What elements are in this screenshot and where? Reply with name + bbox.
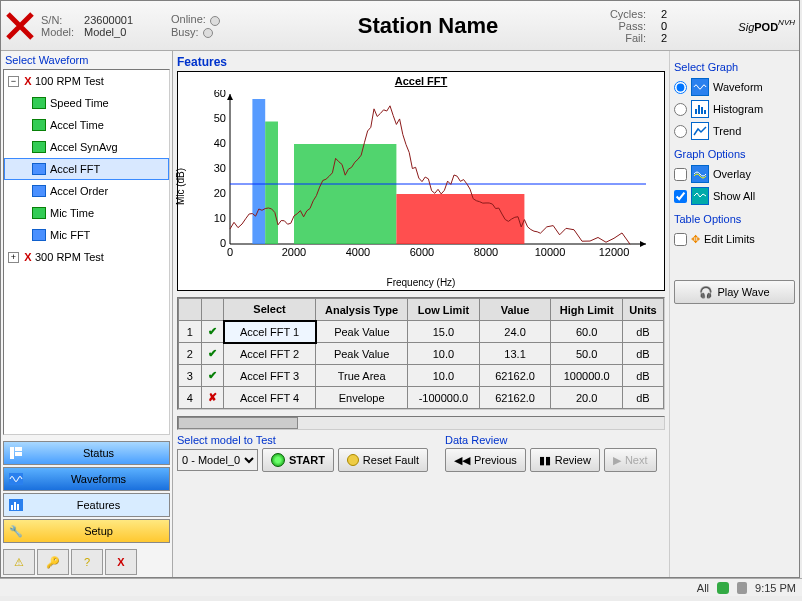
play-wave-button[interactable]: 🎧Play Wave bbox=[674, 280, 795, 304]
overlay-option[interactable]: Overlay bbox=[674, 163, 795, 185]
svg-rect-6 bbox=[14, 502, 16, 510]
cycle-counts: Cycles: 2 Pass: 0 Fail: 2 bbox=[575, 8, 675, 44]
svg-rect-1 bbox=[15, 447, 22, 451]
station-title: Station Name bbox=[281, 13, 575, 39]
graph-waveform-option[interactable]: Waveform bbox=[674, 76, 795, 98]
tree-waveform[interactable]: Accel Order bbox=[4, 180, 169, 202]
previous-button[interactable]: ◀◀Previous bbox=[445, 448, 526, 472]
svg-rect-30 bbox=[698, 105, 700, 114]
svg-text:60: 60 bbox=[214, 90, 226, 99]
svg-rect-26 bbox=[294, 144, 396, 244]
online-led-icon bbox=[210, 16, 220, 26]
svg-rect-25 bbox=[265, 122, 278, 245]
table-row[interactable]: 3✔Accel FFT 3True Area10.062162.0100000.… bbox=[179, 365, 664, 387]
sidebar-title: Select Waveform bbox=[1, 51, 172, 69]
status-bar: All 9:15 PM bbox=[0, 578, 802, 596]
review-button[interactable]: ▮▮Review bbox=[530, 448, 600, 472]
table-row[interactable]: 2✔Accel FFT 2Peak Value10.013.150.0dB bbox=[179, 343, 664, 365]
rewind-icon: ◀◀ bbox=[454, 454, 470, 467]
analysis-table[interactable]: SelectAnalysis TypeLow LimitValueHigh Li… bbox=[177, 297, 665, 410]
connection-status: Online: Busy: bbox=[171, 13, 281, 37]
select-graph-title: Select Graph bbox=[674, 61, 795, 73]
waveform-icon bbox=[691, 78, 709, 96]
table-row[interactable]: 4✘Accel FFT 4Envelope-100000.062162.020.… bbox=[179, 387, 664, 409]
svg-text:4000: 4000 bbox=[346, 246, 370, 258]
table-row[interactable]: 1✔Accel FFT 1Peak Value15.024.060.0dB bbox=[179, 321, 664, 343]
app-logo bbox=[5, 11, 35, 41]
svg-text:8000: 8000 bbox=[474, 246, 498, 258]
status-icon bbox=[717, 582, 729, 594]
editlimits-option[interactable]: ✥Edit Limits bbox=[674, 228, 795, 250]
key-icon-button[interactable]: 🔑 bbox=[37, 549, 69, 575]
svg-text:12000: 12000 bbox=[599, 246, 630, 258]
next-button[interactable]: ▶Next bbox=[604, 448, 657, 472]
tree-waveform[interactable]: Mic FFT bbox=[4, 224, 169, 246]
tree-test[interactable]: +X 300 RPM Test bbox=[4, 246, 169, 268]
svg-text:10000: 10000 bbox=[535, 246, 566, 258]
help-icon-button[interactable]: ? bbox=[71, 549, 103, 575]
overlay-icon bbox=[691, 165, 709, 183]
nav-waveforms[interactable]: Waveforms bbox=[3, 467, 170, 491]
svg-rect-31 bbox=[701, 107, 703, 114]
data-review-title: Data Review bbox=[445, 434, 665, 446]
table-options-title: Table Options bbox=[674, 213, 795, 225]
forward-icon: ▶ bbox=[613, 454, 621, 467]
brand-logo: SigPODNVH bbox=[675, 17, 795, 35]
fft-chart[interactable]: Accel FFT Mic (dB) Frequency (Hz) 010203… bbox=[177, 71, 665, 291]
tree-waveform[interactable]: Speed Time bbox=[4, 92, 169, 114]
trend-icon bbox=[691, 122, 709, 140]
svg-text:50: 50 bbox=[214, 112, 226, 124]
graph-trend-option[interactable]: Trend bbox=[674, 120, 795, 142]
svg-text:0: 0 bbox=[220, 237, 226, 249]
move-icon: ✥ bbox=[691, 233, 700, 246]
svg-rect-7 bbox=[17, 504, 19, 510]
tree-waveform[interactable]: Accel SynAvg bbox=[4, 136, 169, 158]
wrench-icon: 🔧 bbox=[4, 520, 28, 542]
showall-option[interactable]: Show All bbox=[674, 185, 795, 207]
model-select-title: Select model to Test bbox=[177, 434, 437, 446]
model-select[interactable]: 0 - Model_0 bbox=[177, 449, 258, 471]
features-title: Features bbox=[177, 55, 665, 69]
svg-rect-0 bbox=[10, 447, 14, 459]
device-info: S/N: 23600001 Model: Model_0 bbox=[41, 14, 171, 38]
nav-status[interactable]: Status bbox=[3, 441, 170, 465]
pause-icon: ▮▮ bbox=[539, 454, 551, 467]
headphones-icon: 🎧 bbox=[699, 286, 713, 299]
svg-rect-2 bbox=[15, 452, 22, 456]
reset-icon bbox=[347, 454, 359, 466]
battery-icon bbox=[737, 582, 747, 594]
graph-options-title: Graph Options bbox=[674, 148, 795, 160]
nav-setup[interactable]: 🔧Setup bbox=[3, 519, 170, 543]
svg-text:30: 30 bbox=[214, 162, 226, 174]
svg-text:2000: 2000 bbox=[282, 246, 306, 258]
play-icon bbox=[271, 453, 285, 467]
reset-fault-button[interactable]: Reset Fault bbox=[338, 448, 428, 472]
tree-test[interactable]: −X 100 RPM Test bbox=[4, 70, 169, 92]
tree-waveform[interactable]: Accel FFT bbox=[4, 158, 169, 180]
svg-rect-29 bbox=[695, 109, 697, 114]
busy-led-icon bbox=[203, 28, 213, 38]
alert-icon-button[interactable]: ⚠ bbox=[3, 549, 35, 575]
start-button[interactable]: START bbox=[262, 448, 334, 472]
svg-rect-3 bbox=[9, 473, 23, 485]
svg-text:0: 0 bbox=[227, 246, 233, 258]
svg-rect-32 bbox=[704, 110, 706, 114]
close-icon-button[interactable]: X bbox=[105, 549, 137, 575]
svg-rect-5 bbox=[11, 505, 13, 510]
nav-features[interactable]: Features bbox=[3, 493, 170, 517]
graph-histogram-option[interactable]: Histogram bbox=[674, 98, 795, 120]
horizontal-scrollbar[interactable] bbox=[177, 416, 665, 430]
svg-rect-24 bbox=[252, 99, 265, 244]
showall-icon bbox=[691, 187, 709, 205]
svg-text:6000: 6000 bbox=[410, 246, 434, 258]
tree-waveform[interactable]: Accel Time bbox=[4, 114, 169, 136]
svg-text:40: 40 bbox=[214, 137, 226, 149]
tree-waveform[interactable]: Mic Time bbox=[4, 202, 169, 224]
svg-text:20: 20 bbox=[214, 187, 226, 199]
waveform-tree[interactable]: −X 100 RPM TestSpeed TimeAccel TimeAccel… bbox=[3, 69, 170, 435]
histogram-icon bbox=[691, 100, 709, 118]
svg-text:10: 10 bbox=[214, 212, 226, 224]
